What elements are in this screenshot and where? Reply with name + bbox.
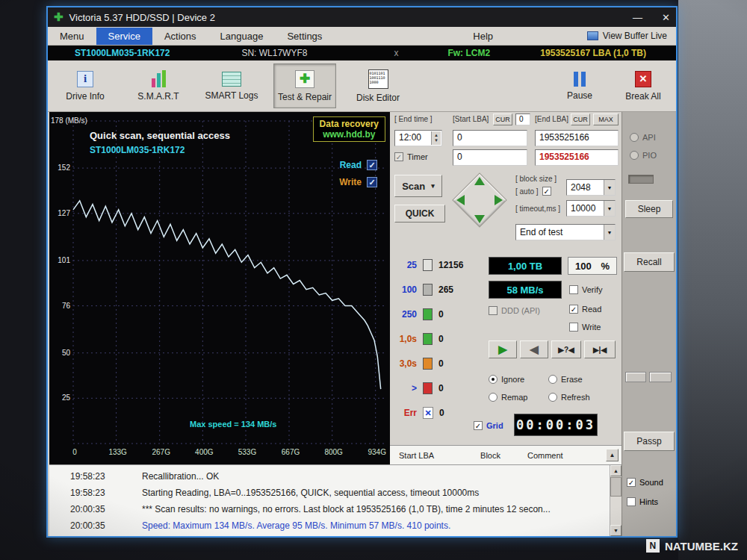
start-lba-label: [Start LBA] — [453, 115, 489, 123]
pause-button[interactable]: Pause — [554, 63, 606, 108]
break-icon: ✕ — [635, 71, 651, 87]
api-radio[interactable]: API — [630, 133, 656, 142]
stat-chip — [423, 358, 433, 370]
app-icon: ✚ — [54, 10, 63, 24]
view-buffer-label: View Buffer Live — [603, 31, 667, 41]
write-checkbox[interactable]: Write — [332, 177, 377, 187]
sound-checkbox[interactable]: Sound — [627, 478, 663, 487]
start-lba-input[interactable]: 0 — [453, 130, 527, 146]
arrow-right-icon[interactable] — [495, 195, 503, 205]
column-block[interactable]: Block — [480, 451, 500, 460]
log-row: 19:58:23 Starting Reading, LBA=0..195352… — [49, 488, 479, 498]
window-title: Victoria 5.37 HDD/SSD | Device 2 — [69, 12, 215, 23]
break-all-button[interactable]: ✕ Break All — [616, 63, 670, 108]
direction-pad[interactable] — [448, 169, 511, 231]
stat-chip — [423, 333, 433, 345]
hints-checkbox[interactable]: Hints — [627, 497, 658, 506]
scroll-up-icon[interactable]: ▲ — [610, 465, 622, 476]
chevron-down-icon[interactable]: ▼ — [604, 225, 615, 240]
end-of-test-select[interactable]: End of test▼ — [515, 224, 616, 240]
mini-box[interactable] — [625, 372, 646, 382]
mini-box[interactable] — [649, 372, 672, 382]
menu-item-service[interactable]: Service — [96, 28, 152, 45]
write-checkbox-box[interactable] — [367, 177, 377, 187]
start-scan-button[interactable]: ▶ — [489, 340, 517, 358]
stat-row: > 0 — [391, 382, 444, 395]
menu-item-help[interactable]: Help — [461, 28, 505, 45]
pio-radio[interactable]: PIO — [630, 151, 657, 160]
auto-checkbox[interactable]: [ auto ] — [515, 187, 551, 196]
remap-radio[interactable]: Remap — [489, 393, 527, 402]
block-size-select[interactable]: 2048▼ — [566, 179, 616, 196]
log-scrollbar[interactable]: ▲ ▼ — [610, 465, 622, 536]
ddd-api-checkbox[interactable]: DDD (API) — [489, 306, 540, 315]
smart-button[interactable]: S.M.A.R.T — [127, 63, 190, 108]
drive-info-button[interactable]: i Drive Info — [54, 63, 117, 108]
desktop-background — [678, 0, 747, 560]
menu-item-actions[interactable]: Actions — [152, 28, 208, 45]
erase-radio[interactable]: Erase — [548, 375, 583, 384]
scroll-up-icon[interactable]: ▲ — [606, 449, 619, 461]
end-lba-input[interactable]: 1953525166 — [535, 130, 619, 146]
right-sidebar: API PIO Sleep Recall Passp Sound Hints — [622, 112, 676, 536]
cur-value-box: 0 — [515, 113, 530, 125]
stat-chip — [423, 259, 433, 271]
seek-defect-button[interactable]: ▶?◀ — [551, 340, 581, 358]
disk-editor-button[interactable]: 010110110011101000 Disk Editor — [347, 63, 409, 108]
chevron-down-icon[interactable]: ▼ — [604, 180, 615, 195]
green-cross-icon: ✚ — [295, 70, 314, 88]
view-buffer-live[interactable]: View Buffer Live — [587, 31, 676, 41]
max-speed-annotation: Max speed = 134 MB/s — [190, 420, 276, 429]
arrow-up-icon[interactable] — [474, 177, 485, 185]
column-comment[interactable]: Comment — [527, 451, 563, 460]
verify-checkbox[interactable]: Verify — [569, 285, 603, 294]
end-time-input[interactable]: 12:00 ▲▼ — [394, 130, 442, 146]
graph-model-label: ST1000LM035-1RK172 — [90, 145, 185, 155]
watermark-text: NATUMBE.KZ — [665, 540, 738, 553]
chevron-down-icon[interactable]: ▼ — [604, 201, 615, 216]
watermark: N NATUMBE.KZ — [646, 539, 738, 553]
timer-input[interactable]: 0 — [453, 149, 527, 166]
write-mode-checkbox[interactable]: Write — [569, 323, 601, 332]
read-mode-checkbox[interactable]: Read — [569, 305, 601, 314]
scroll-down-icon[interactable]: ▼ — [610, 525, 622, 536]
defect-list-header: Start LBA Block Comment ▲ — [390, 445, 622, 464]
end-cur-button[interactable]: CUR — [571, 113, 590, 125]
recall-button[interactable]: Recall — [624, 252, 675, 272]
percent-display: 100 % — [568, 257, 617, 275]
ignore-radio[interactable]: Ignore — [489, 375, 524, 384]
end-lba-input-2[interactable]: 1953525166 — [535, 149, 619, 166]
quick-button[interactable]: QUICK — [394, 205, 445, 223]
spinner-icon[interactable]: ▲▼ — [431, 131, 441, 145]
read-checkbox[interactable]: Read — [332, 160, 377, 170]
sleep-button[interactable]: Sleep — [625, 200, 673, 218]
stat-row: 100 265 — [391, 283, 453, 296]
seek-end-button[interactable]: ▶|◀ — [584, 340, 616, 358]
test-repair-button[interactable]: ✚ Test & Repair — [273, 63, 336, 108]
max-button[interactable]: MAX — [593, 113, 619, 125]
menu-item-settings[interactable]: Settings — [275, 28, 334, 45]
timer-checkbox[interactable]: Timer — [394, 152, 428, 161]
scroll-thumb[interactable] — [610, 477, 622, 497]
arrow-down-icon[interactable] — [474, 215, 485, 223]
passp-button[interactable]: Passp — [624, 432, 675, 451]
scan-dropdown-icon[interactable]: ▾ — [431, 182, 435, 190]
menu-item-menu[interactable]: Menu — [48, 28, 96, 45]
stat-row: 25 12156 — [391, 258, 463, 272]
minimize-button[interactable]: — — [633, 12, 642, 23]
scan-button[interactable]: Scan ▾ — [394, 175, 442, 197]
grid-checkbox[interactable]: Grid — [474, 421, 503, 430]
refresh-radio[interactable]: Refresh — [548, 393, 590, 402]
column-start-lba[interactable]: Start LBA — [399, 451, 434, 460]
status-slot — [628, 175, 654, 184]
start-cur-button[interactable]: CUR — [493, 113, 512, 125]
stat-chip — [423, 382, 433, 394]
timeout-select[interactable]: 10000▼ — [566, 200, 616, 217]
back-button[interactable]: ◀ — [520, 340, 548, 358]
smart-logs-button[interactable]: SMART Logs — [200, 63, 263, 108]
arrow-left-icon[interactable] — [456, 195, 465, 205]
close-button[interactable]: ✕ — [662, 12, 670, 23]
title-bar[interactable]: ✚ Victoria 5.37 HDD/SSD | Device 2 — ✕ — [48, 7, 676, 27]
read-checkbox-box[interactable] — [367, 160, 377, 170]
menu-item-language[interactable]: Language — [208, 28, 276, 45]
